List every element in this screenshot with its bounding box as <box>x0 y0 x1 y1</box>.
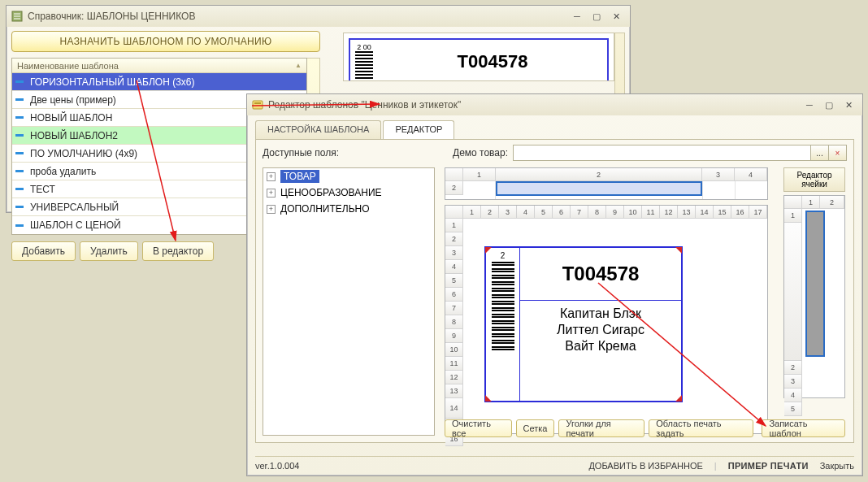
template-preview: 2 00 T004578 <box>343 33 614 81</box>
titlebar[interactable]: Справочник: ШАБЛОНЫ ЦЕННИКОВ ─ ▢ ✕ <box>7 6 630 27</box>
to-editor-button[interactable]: В редактор <box>142 241 214 261</box>
close-button[interactable]: ✕ <box>607 10 625 23</box>
app-icon <box>11 11 23 22</box>
barcode-icon <box>355 51 373 80</box>
demo-select-button[interactable]: ... <box>811 145 829 161</box>
svg-rect-5 <box>254 102 261 104</box>
tab-editor[interactable]: РЕДАКТОР <box>383 120 454 139</box>
barcode-icon <box>492 262 514 351</box>
preview-article: T004578 <box>378 40 607 81</box>
sort-icon[interactable]: ▲ <box>295 62 302 69</box>
demo-product-input[interactable] <box>513 145 811 161</box>
set-print-area-button[interactable]: Область печать задать <box>649 419 753 437</box>
assign-default-button[interactable]: НАЗНАЧИТЬ ШАБЛОНОМ ПО УМОЛЧАНИЮ <box>11 31 320 52</box>
tab-settings[interactable]: НАСТРОЙКА ШАБЛОНА <box>255 120 381 139</box>
minimize-button[interactable]: ─ <box>568 10 586 23</box>
close-button[interactable]: ✕ <box>840 98 857 111</box>
editor-window: Редактор шаблонов "Ценников и этикеток" … <box>246 93 863 476</box>
close-link[interactable]: Закрыть <box>820 461 854 471</box>
app-icon <box>252 99 263 111</box>
save-template-button[interactable]: Записать шаблон <box>762 419 845 437</box>
tree-node[interactable]: +ДОПОЛНИТЕЛЬНО <box>263 201 434 217</box>
table-row[interactable]: ГОРИЗОНТАЛЬНЫЙ ШАБЛОН (3x6) <box>12 73 306 91</box>
tree-node[interactable]: +ЦЕНООБРАЗОВАНИЕ <box>263 185 434 201</box>
card-article: T004578 <box>520 248 681 300</box>
tree-node[interactable]: +ТОВАР <box>263 168 434 185</box>
svg-rect-4 <box>253 101 263 109</box>
add-button[interactable]: Добавить <box>11 241 76 261</box>
grid-header[interactable]: Наименование шаблона ▲ <box>12 59 306 73</box>
clear-all-button[interactable]: Очистить все <box>445 419 512 437</box>
print-sample-link[interactable]: ПРИМЕР ПЕЧАТИ <box>728 461 809 471</box>
card-product-name: Капитан Блэк Литтел Сигарс Вайт Крема <box>557 306 644 396</box>
window-title: Справочник: ШАБЛОНЫ ЦЕННИКОВ <box>28 11 195 22</box>
titlebar[interactable]: Редактор шаблонов "Ценников и этикеток" … <box>247 94 862 115</box>
label-card[interactable]: 2 2 000000 011011 T004578 Капитан Блэк Л… <box>484 246 683 402</box>
maximize-button[interactable]: ▢ <box>820 98 838 111</box>
fields-tree[interactable]: +ТОВАР +ЦЕНООБРАЗОВАНИЕ +ДОПОЛНИТЕЛЬНО <box>263 167 435 436</box>
grid-toggle-button[interactable]: Сетка <box>516 419 555 437</box>
available-fields-label: Доступные поля: <box>263 147 453 158</box>
print-corners-button[interactable]: Уголки для печати <box>558 419 644 437</box>
window-title: Редактор шаблонов "Ценников и этикеток" <box>268 99 461 111</box>
cell-editor-header: Редактор ячейки <box>783 167 845 192</box>
minimize-button[interactable]: ─ <box>801 98 818 111</box>
maximize-button[interactable]: ▢ <box>588 10 605 23</box>
demo-product-label: Демо товар: <box>453 147 508 158</box>
demo-clear-button[interactable]: × <box>829 145 847 161</box>
version-label: ver.1.0.004 <box>255 461 299 471</box>
delete-button[interactable]: Удалить <box>80 241 138 261</box>
add-favorite-link[interactable]: ДОБАВИТЬ В ИЗБРАННОЕ <box>588 461 702 471</box>
cell-editor-sheet[interactable]: 12 1 2345 <box>783 195 845 398</box>
